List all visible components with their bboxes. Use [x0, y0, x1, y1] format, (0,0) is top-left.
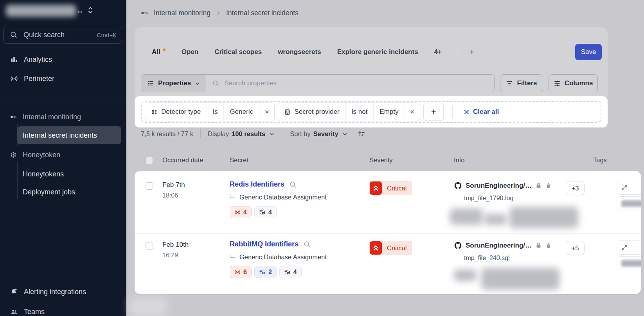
add-filter-button[interactable]: + [423, 103, 444, 121]
sort-direction-button[interactable] [358, 130, 365, 138]
search-properties-input[interactable] [223, 79, 488, 88]
sidebar-item-label: Deployment jobs [23, 188, 75, 196]
filter-chip-secret-provider[interactable]: Secret provider is not Empty × [278, 102, 420, 121]
signal-icon [10, 75, 18, 83]
sidebar-item-honeytokens[interactable]: Honeytokens [23, 169, 64, 179]
breadcrumb-parent[interactable]: Internal monitoring [154, 9, 210, 17]
tab-open[interactable]: Open [182, 48, 198, 56]
severity-label: Critical [382, 185, 412, 192]
filters-button[interactable]: Filters [500, 74, 543, 92]
clear-all-filters-button[interactable]: Clear all [464, 108, 499, 116]
hidden-occurrences-badge: 4 [279, 266, 302, 278]
tag-chip [617, 196, 641, 210]
filter-chip-value[interactable]: Empty [373, 103, 404, 121]
redacted-blur [481, 268, 559, 290]
sort-value-dropdown[interactable]: Severity [313, 130, 338, 138]
occurrence-badges: 6 2 4 [230, 266, 302, 278]
quick-search[interactable]: Cmd+K [3, 26, 123, 44]
github-icon [454, 181, 462, 190]
sidebar-item-label: Perimeter [24, 75, 54, 83]
info-cell: SorunEngineering/… [454, 181, 552, 190]
app-screen: .. Cmd+K Analytics Perimeter [0, 0, 644, 316]
search-icon[interactable] [289, 181, 297, 188]
tab-label: wrongsecrets [278, 48, 321, 56]
workspace-switcher-icon[interactable] [87, 6, 94, 14]
more-sources-badge[interactable]: +3 [566, 181, 585, 195]
filter-chip-operator[interactable]: is [207, 103, 223, 121]
quick-search-input[interactable] [23, 31, 92, 40]
select-all-checkbox[interactable] [146, 157, 153, 164]
close-icon [464, 109, 470, 115]
grid-icon [151, 109, 158, 115]
display-value-dropdown[interactable]: 100 results [232, 130, 265, 138]
tab-all[interactable]: All [152, 48, 165, 56]
secret-link[interactable]: Redis Identifiers [230, 180, 284, 189]
column-header-info[interactable]: Info [454, 156, 465, 164]
chevron-down-icon[interactable] [342, 131, 347, 136]
lock-icon [535, 242, 542, 249]
sidebar-item-alerting-integrations[interactable]: Alerting integrations [0, 285, 126, 298]
clear-all-label: Clear all [473, 108, 499, 116]
tab-critical-scopes[interactable]: Critical scopes [214, 48, 262, 56]
occurred-date: Feb 7th [162, 181, 185, 189]
bell-plus-icon [10, 288, 18, 296]
sidebar-item-analytics[interactable]: Analytics [0, 53, 126, 66]
secret-cell: Redis Identifiers [230, 180, 297, 189]
active-filters-band: Detector type is Generic × Secret provid… [135, 96, 608, 127]
columns-button-label: Columns [565, 79, 593, 87]
filter-chip-operator[interactable]: is not [345, 103, 374, 121]
properties-dropdown-label: Properties [158, 79, 191, 87]
add-view-button[interactable]: + [470, 47, 474, 57]
search-icon [10, 31, 18, 39]
row-checkbox[interactable] [146, 182, 153, 190]
filter-chip-detector-type[interactable]: Detector type is Generic × [145, 102, 275, 121]
search-properties-field[interactable] [206, 75, 494, 92]
sidebar-item-internal-secret-incidents[interactable]: Internal secret incidents [17, 126, 121, 144]
filter-chip-value[interactable]: Generic [223, 103, 259, 121]
repo-name[interactable]: SorunEngineering/… [466, 242, 532, 250]
chevron-down-icon[interactable] [269, 131, 274, 136]
occurrence-badges: 4 4 [230, 206, 277, 218]
column-header-secret[interactable]: Secret [230, 156, 248, 164]
properties-dropdown[interactable]: Properties [141, 75, 206, 92]
info-cell: SorunEngineering/… [454, 241, 552, 250]
remove-filter-icon[interactable]: × [405, 103, 420, 121]
tab-wrongsecrets[interactable]: wrongsecrets [278, 48, 321, 56]
tab-label: Explore generic incidents [337, 48, 418, 56]
sidebar-item-label: Analytics [24, 56, 52, 64]
sidebar-item-teams[interactable]: Teams [0, 305, 126, 316]
sidebar-section-label: Internal monitoring [23, 113, 81, 121]
sidebar-item-perimeter[interactable]: Perimeter [0, 72, 126, 85]
more-sources-badge[interactable]: +5 [566, 241, 585, 255]
occurrences-badge: 4 [230, 206, 252, 218]
double-chevron-up-icon [370, 181, 382, 195]
filter-chip-field[interactable]: Detector type [145, 103, 207, 121]
row-checkbox[interactable] [146, 242, 153, 250]
secret-link[interactable]: RabbitMQ Identifiers [230, 240, 299, 248]
filter-chip-field[interactable]: Secret provider [278, 103, 345, 121]
quick-search-shortcut: Cmd+K [97, 32, 117, 38]
redacted-blur [450, 208, 483, 225]
detector-name: Generic Database Assignment [239, 194, 327, 201]
remove-filter-icon[interactable]: × [259, 103, 275, 121]
tag-chip [617, 241, 641, 255]
save-button[interactable]: Save [575, 44, 602, 60]
tab-label: All [152, 48, 160, 56]
columns-button[interactable]: Columns [549, 74, 598, 92]
trash-icon[interactable] [545, 242, 552, 249]
workspace-name-suffix: .. [78, 6, 83, 14]
column-header-occurred-date[interactable]: Occurred date [162, 156, 203, 164]
tab-overflow-count[interactable]: 4+ [434, 48, 442, 56]
sidebar-section-honeytoken[interactable]: Honeytoken [0, 149, 126, 161]
tab-explore-generic-incidents[interactable]: Explore generic incidents [337, 48, 418, 56]
search-icon[interactable] [303, 241, 311, 248]
column-header-tags[interactable]: Tags [593, 156, 606, 164]
trash-icon[interactable] [545, 182, 552, 189]
sidebar-item-deployment-jobs[interactable]: Deployment jobs [23, 187, 75, 197]
tag-icon [621, 244, 628, 251]
bar-chart-icon [10, 56, 18, 63]
sidebar-section-internal-monitoring[interactable]: Internal monitoring [0, 111, 126, 123]
repo-name[interactable]: SorunEngineering/… [466, 182, 532, 190]
breadcrumb: Internal monitoring Internal secret inci… [140, 7, 299, 18]
column-header-severity[interactable]: Severity [369, 156, 393, 164]
